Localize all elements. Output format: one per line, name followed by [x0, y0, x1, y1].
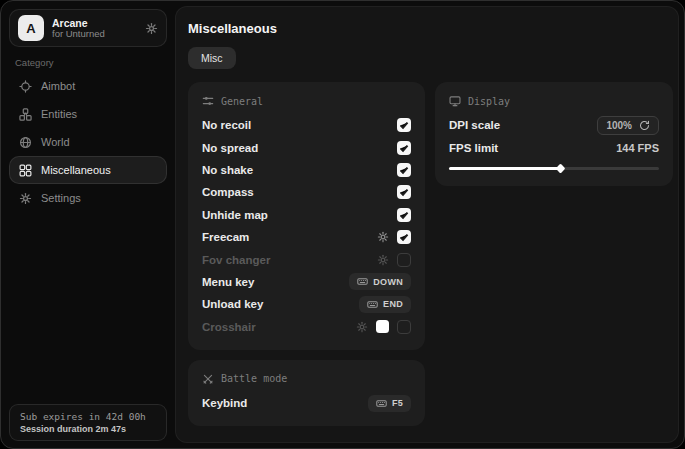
setting-row-unhide-map: Unhide map [202, 204, 411, 226]
keyboard-icon [367, 299, 378, 310]
setting-label: No spread [202, 142, 258, 154]
setting-label: Crosshair [202, 321, 256, 333]
gear-icon[interactable] [356, 321, 368, 333]
sidebar-item-label: Miscellaneous [41, 164, 111, 176]
app-title-block: Arcane for Unturned [52, 17, 137, 40]
sidebar: A Arcane for Unturned Category AimbotEnt… [1, 1, 174, 448]
sidebar-item-label: Entities [41, 108, 77, 120]
keyboard-icon [376, 398, 387, 409]
sidebar-item-aimbot[interactable]: Aimbot [9, 72, 167, 100]
section-card-battle-mode: Battle modeKeybindF5 [188, 360, 425, 426]
setting-label: Keybind [202, 397, 247, 409]
checkbox[interactable] [397, 118, 411, 132]
sidebar-item-label: Settings [41, 192, 81, 204]
keybind-button[interactable]: F5 [368, 395, 411, 412]
section-title: Battle mode [221, 373, 287, 384]
page-title: Miscellaneous [188, 21, 666, 36]
keyboard-icon [357, 276, 368, 287]
setting-controls: F5 [368, 395, 411, 412]
setting-label: Fov changer [202, 254, 270, 266]
setting-row-compass: Compass [202, 181, 411, 203]
gear-icon [19, 192, 32, 205]
setting-label: Compass [202, 186, 254, 198]
setting-label: No shake [202, 164, 253, 176]
swords-icon [202, 373, 214, 385]
session-duration-text: Session duration 2m 47s [20, 424, 156, 434]
color-swatch[interactable] [376, 320, 389, 333]
setting-controls: 100% [597, 116, 659, 135]
setting-row-no-recoil: No recoil [202, 114, 411, 136]
checkbox[interactable] [397, 320, 411, 334]
dpi-scale-select[interactable]: 100% [597, 116, 659, 135]
checkbox[interactable] [397, 163, 411, 177]
section-title: Display [468, 96, 510, 107]
entities-icon [19, 108, 32, 121]
sidebar-item-world[interactable]: World [9, 128, 167, 156]
keybind-button[interactable]: DOWN [349, 273, 411, 290]
setting-label: Menu key [202, 276, 254, 288]
app-logo: A [18, 15, 44, 41]
setting-controls: END [359, 296, 411, 313]
monitor-icon [449, 95, 461, 107]
setting-label: Freecam [202, 231, 249, 243]
gear-icon[interactable] [145, 22, 158, 35]
setting-row-no-spread: No spread [202, 136, 411, 158]
app-window: A Arcane for Unturned Category AimbotEnt… [0, 0, 685, 449]
slider-fill [449, 167, 560, 170]
checkbox[interactable] [397, 141, 411, 155]
sidebar-item-label: World [41, 136, 70, 148]
slider-value: 144 FPS [616, 142, 659, 154]
app-name: Arcane [52, 17, 137, 29]
crosshair-icon [19, 80, 32, 93]
setting-row-unload-key: Unload keyEND [202, 293, 411, 315]
section-card-general: GeneralNo recoilNo spreadNo shakeCompass… [188, 82, 425, 350]
setting-controls: DOWN [349, 273, 411, 290]
fps-limit-slider[interactable] [449, 164, 659, 174]
setting-label: DPI scale [449, 119, 500, 131]
main-panel: Miscellaneous Misc GeneralNo recoilNo sp… [175, 6, 679, 443]
section-title: General [221, 96, 263, 107]
setting-controls: 144 FPS [616, 142, 659, 154]
sub-expires-text: Sub expires in 42d 00h [20, 411, 156, 422]
setting-controls [397, 208, 411, 222]
checkbox[interactable] [397, 230, 411, 244]
keybind-value: END [383, 299, 403, 309]
tab-misc[interactable]: Misc [188, 47, 236, 69]
setting-row-keybind: KeybindF5 [202, 392, 411, 414]
sidebar-item-miscellaneous[interactable]: Miscellaneous [9, 156, 167, 184]
column-right: DisplayDPI scale100%FPS limit144 FPS [435, 82, 673, 196]
select-value: 100% [606, 120, 632, 131]
setting-row-dpi-scale: DPI scale100% [449, 114, 659, 136]
setting-label: Unhide map [202, 209, 268, 221]
section-card-display: DisplayDPI scale100%FPS limit144 FPS [435, 82, 673, 186]
checkbox[interactable] [397, 208, 411, 222]
subscription-card: Sub expires in 42d 00h Session duration … [9, 404, 167, 441]
setting-row-menu-key: Menu keyDOWN [202, 271, 411, 293]
keybind-button[interactable]: END [359, 296, 411, 313]
sidebar-item-label: Aimbot [41, 80, 75, 92]
category-label: Category [15, 57, 54, 68]
setting-label: No recoil [202, 119, 251, 131]
checkbox[interactable] [397, 185, 411, 199]
gear-icon[interactable] [377, 231, 389, 243]
keybind-value: DOWN [373, 277, 403, 287]
sidebar-item-settings[interactable]: Settings [9, 184, 167, 212]
setting-row-crosshair: Crosshair [202, 316, 411, 338]
setting-controls [356, 320, 411, 334]
checkbox[interactable] [397, 253, 411, 267]
setting-controls [397, 185, 411, 199]
sidebar-item-entities[interactable]: Entities [9, 100, 167, 128]
gear-icon[interactable] [377, 254, 389, 266]
grid-icon [19, 164, 32, 177]
setting-label: Unload key [202, 298, 263, 310]
app-header-card: A Arcane for Unturned [9, 9, 167, 47]
setting-row-no-shake: No shake [202, 159, 411, 181]
slider-thumb[interactable] [555, 164, 565, 174]
keybind-value: F5 [392, 398, 403, 408]
sliders-icon [202, 95, 214, 107]
section-header: General [202, 93, 411, 107]
setting-controls [397, 118, 411, 132]
section-header: Battle mode [202, 371, 411, 385]
setting-row-fps-limit: FPS limit144 FPS [449, 136, 659, 158]
setting-row-fov-changer: Fov changer [202, 248, 411, 270]
